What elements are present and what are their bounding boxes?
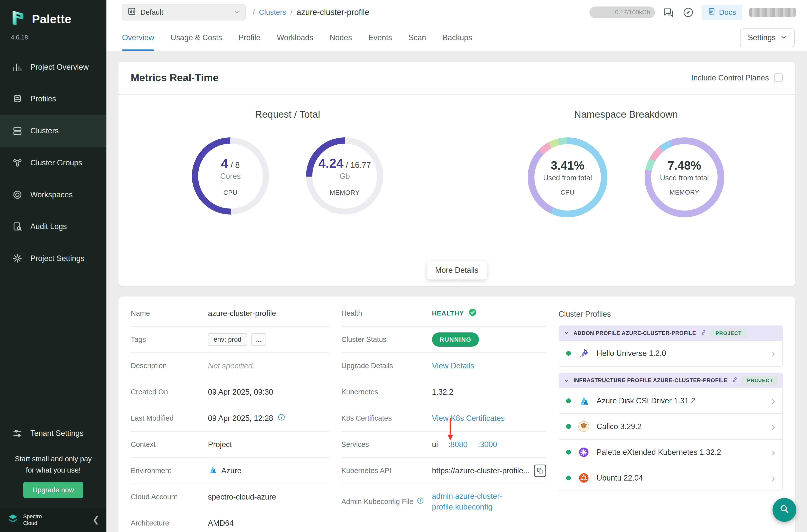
chat-icon[interactable] [662, 6, 675, 18]
project-scope-badge: PROJECT [711, 329, 746, 338]
status-dot-green [566, 476, 571, 480]
sidebar-item-profiles[interactable]: Profiles [0, 83, 107, 115]
addon-profile-header[interactable]: ADDON PROFILE AZURE-CLUSTER-PROFILE PROJ… [559, 325, 783, 341]
link-icon[interactable] [732, 376, 738, 385]
project-selector[interactable]: Default [122, 4, 245, 20]
field-environment-row: Environment Azure [131, 458, 329, 484]
profile-item-ubuntu[interactable]: Ubuntu 22.04 › [559, 465, 783, 491]
sidebar-item-label: Project Settings [31, 254, 85, 263]
sidebar-footer: Spectro Cloud ❮ [0, 507, 107, 532]
azure-icon [577, 394, 590, 407]
sidebar-item-label: Tenant Settings [31, 429, 84, 438]
field-last-modified-row: Last Modified 09 Apr 2025, 12:28 [131, 405, 329, 432]
profile-item-palette-extended-k8s[interactable]: Palette eXtended Kubernetes 1.32.2 › [559, 440, 783, 465]
project-scope-badge: PROJECT [742, 376, 777, 385]
doc-icon [708, 7, 716, 17]
info-icon[interactable] [277, 413, 286, 423]
field-cluster-status-row: Cluster Status RUNNING [341, 327, 546, 353]
profile-item-azure-disk-csi[interactable]: Azure Disk CSI Driver 1.31.2 › [559, 388, 783, 414]
docs-label: Docs [719, 8, 736, 17]
profile-item-hello-universe[interactable]: Hello Universe 1.2.0 › [559, 341, 783, 367]
upgrade-now-button[interactable]: Upgrade now [23, 482, 83, 498]
sidebar-item-label: Cluster Groups [31, 158, 82, 167]
field-description-row: Description Not specified. [131, 353, 329, 379]
layers-stack-icon [12, 94, 22, 104]
user-name-redacted[interactable] [749, 8, 795, 17]
addon-profile-group: ADDON PROFILE AZURE-CLUSTER-PROFILE PROJ… [559, 325, 783, 367]
status-dot-green [566, 450, 571, 455]
project-chart-icon [128, 7, 136, 18]
info-icon[interactable] [416, 497, 424, 506]
status-dot-green [566, 424, 571, 429]
healthy-check-icon [468, 308, 477, 319]
palette-logo: Palette [0, 0, 107, 31]
profile-item-calico[interactable]: Calico 3.29.2 › [559, 414, 783, 440]
tab-workloads[interactable]: Workloads [277, 25, 313, 51]
chevron-down-icon [564, 328, 569, 338]
sidebar-item-label: Workspaces [31, 190, 73, 199]
sidebar-collapse-chevron-icon[interactable]: ❮ [92, 515, 99, 525]
tab-nodes[interactable]: Nodes [330, 25, 352, 51]
spectro-cloud-logo-icon [7, 513, 18, 526]
copy-api-url-button[interactable] [534, 464, 546, 477]
chevron-right-icon: › [771, 446, 775, 458]
service-port-8080-link[interactable]: :8080 [448, 440, 467, 449]
include-control-planes-label: Include Control Planes [691, 73, 769, 82]
status-dot-green [566, 351, 571, 356]
request-total-title: Request / Total [255, 109, 320, 120]
field-architecture-row: Architecture AMD64 [131, 510, 329, 532]
cluster-profiles-column: Cluster Profiles ADDON PROFILE AZURE-CLU… [559, 297, 783, 532]
sidebar-item-project-overview[interactable]: Project Overview [0, 51, 107, 83]
settings-dropdown-button[interactable]: Settings [740, 28, 795, 47]
tab-profile[interactable]: Profile [239, 25, 261, 51]
tag-more-chip[interactable]: ... [251, 333, 266, 346]
breadcrumb-clusters-link[interactable]: Clusters [259, 8, 286, 17]
floating-search-button[interactable] [772, 498, 796, 522]
sidebar-item-clusters[interactable]: Clusters [0, 115, 107, 147]
sidebar-item-cluster-groups[interactable]: Cluster Groups [0, 147, 107, 179]
sidebar-item-project-settings[interactable]: Project Settings [0, 243, 107, 274]
more-details-button[interactable]: More Details [427, 261, 487, 280]
breadcrumb-current: azure-cluster-profile [297, 7, 369, 17]
tab-usage-costs[interactable]: Usage & Costs [171, 25, 222, 51]
namespace-breakdown-title: Namespace Breakdown [574, 109, 678, 120]
view-details-link[interactable]: View Details [432, 361, 474, 370]
target-rings-icon [12, 190, 22, 200]
project-selector-value: Default [140, 8, 163, 17]
brand-name: Palette [32, 12, 72, 26]
link-icon[interactable] [700, 328, 707, 338]
status-dot-green [566, 398, 571, 403]
tab-events[interactable]: Events [369, 25, 392, 51]
infrastructure-profile-header[interactable]: INFRASTRUCTURE PROFILE AZURE-CLUSTER-PRO… [559, 373, 783, 388]
chevron-down-icon [564, 376, 569, 385]
tab-scan[interactable]: Scan [409, 25, 426, 51]
namespace-breakdown-section: Namespace Breakdown 3.41% Used from tota… [457, 95, 795, 286]
sidebar: Palette 4.6.18 Project Overview Profiles… [0, 0, 107, 532]
nodes-molecule-icon [12, 158, 22, 168]
upgrade-promo-text: Start small and only pay for what you us… [0, 449, 107, 482]
service-port-3000-link[interactable]: :3000 [478, 440, 497, 449]
tab-overview[interactable]: Overview [122, 25, 154, 51]
cluster-details-card: Name azure-cluster-profile Tags env: pro… [118, 297, 795, 532]
chevron-right-icon: › [771, 395, 775, 406]
memory-namespace-donut: 7.48% Used from total MEMORY [644, 137, 724, 217]
tag-chip[interactable]: env: prod [208, 333, 247, 346]
field-upgrade-details-row: Upgrade Details View Details [341, 353, 546, 379]
view-k8s-certificates-link[interactable]: View K8s Certificates [432, 414, 505, 423]
details-left-column: Name azure-cluster-profile Tags env: pro… [131, 297, 329, 532]
bar-chart-icon [12, 62, 22, 72]
cpu-namespace-donut: 3.41% Used from total CPU [528, 137, 607, 217]
app-version: 4.6.18 [0, 31, 107, 51]
sidebar-item-workspaces[interactable]: Workspaces [0, 179, 107, 211]
sidebar-item-tenant-settings[interactable]: Tenant Settings [0, 417, 107, 449]
sidebar-item-audit-logs[interactable]: Audit Logs [0, 211, 107, 243]
sidebar-nav: Project Overview Profiles Clusters Clust… [0, 51, 107, 274]
docs-button[interactable]: Docs [701, 5, 742, 20]
cluster-tabs: Overview Usage & Costs Profile Workloads… [107, 25, 807, 52]
compass-icon[interactable] [682, 6, 694, 18]
chevron-down-icon [780, 33, 787, 42]
include-control-planes-checkbox[interactable] [774, 73, 783, 82]
tab-backups[interactable]: Backups [443, 25, 472, 51]
admin-kubeconfig-link[interactable]: admin.azure-cluster- profile.kubeconfig [432, 491, 503, 513]
sliders-icon [12, 428, 22, 438]
